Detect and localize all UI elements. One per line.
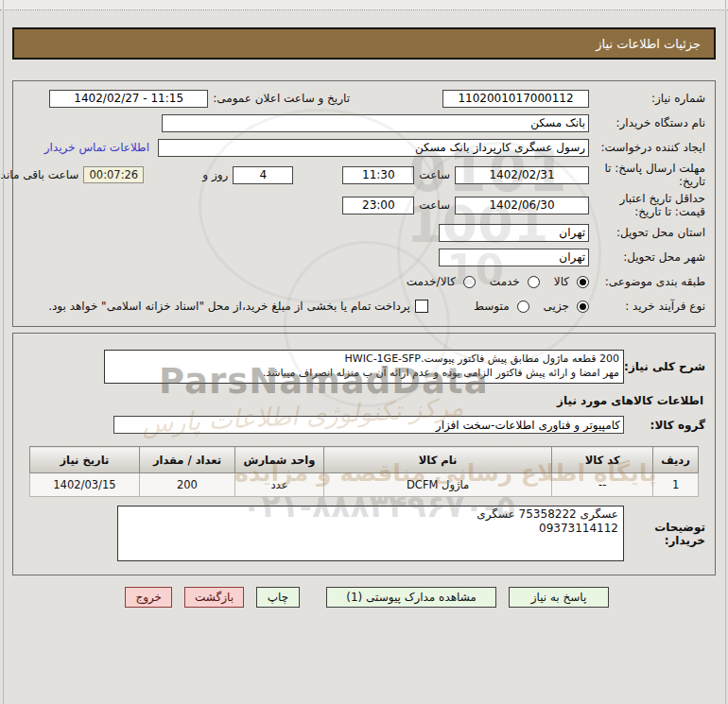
treasury-note: پرداخت تمام یا بخشی از مبلغ خرید،از محل … [48,300,410,313]
page-title-bar: جزئیات اطلاعات نیاز [12,27,716,60]
requester-input[interactable] [158,139,589,157]
buyer-notes-row: توضیحات خریدار: عسگری 75358222 عسگری 093… [23,506,705,561]
need-number-input[interactable] [442,90,589,108]
radio-medium-label: متوسط [474,300,510,313]
top-dotted-divider [0,0,728,10]
reply-deadline-date-input[interactable] [455,166,589,184]
buyer-org-input[interactable] [162,114,589,132]
price-validity-hour-label: ساعت [419,198,450,212]
countdown-label: ساعت باقی مانده [0,168,78,181]
announce-datetime-input[interactable] [49,90,208,108]
price-validity-time-input[interactable] [342,197,414,215]
buyer-org-row: نام دستگاه خریدار: [23,111,705,135]
goods-group-input[interactable] [113,416,624,434]
delivery-city-row: شهر محل تحویل: [23,245,705,269]
table-row: 1 -- ماژول DCFM عدد 200 1402/03/15 [30,473,699,497]
buyer-org-label: نام دستگاه خریدار: [594,116,705,129]
goods-section-heading: اطلاعات کالاهای مورد نیاز [23,394,703,407]
need-details-panel: شرح کلی نیاز: 200 قطعه ماژول مطابق پیش ف… [12,333,716,575]
radio-medium[interactable] [517,300,529,313]
exit-button[interactable]: خروج [125,587,172,608]
page-title: جزئیات اطلاعات نیاز [596,37,701,51]
col-header-need-date: تاریخ نیاز [30,447,140,473]
radio-service-label: خدمت [490,275,520,288]
summary-label: شرح کلی نیاز: [624,360,705,373]
cell-row-number: 1 [653,473,699,497]
need-number-label: شماره نیاز: [594,92,705,105]
summary-box[interactable]: 200 قطعه ماژول مطابق پیش فاکتور پیوست.HW… [104,350,624,384]
col-header-quantity: تعداد / مقدار [139,447,234,473]
cell-item-code: -- [552,473,653,497]
remaining-days-input[interactable] [233,166,293,184]
back-button[interactable]: بازگشت [184,587,244,608]
page-left-border [3,0,4,704]
delivery-province-label: استان محل تحویل: [594,226,705,239]
price-validity-label: حداقل تاریخ اعتبار قیمت: تا تاریخ: [594,192,705,218]
col-header-unit: واحد شمارش [235,447,324,473]
col-header-row-number: ردیف [653,447,699,473]
announce-datetime-label: تاریخ و ساعت اعلان عمومی: [213,92,350,105]
print-button[interactable]: چاپ [256,587,300,608]
goods-group-row: گروه کالا: [23,416,705,434]
cell-quantity: 200 [139,473,234,497]
subject-class-label: طبقه بندی موضوعی: [594,275,705,288]
cell-need-date: 1402/03/15 [30,473,140,497]
col-header-item-code: کد کالا [552,447,653,473]
reply-deadline-hour-label: ساعت [419,168,450,181]
reply-deadline-row: مهلت ارسال پاسخ: تا تاریخ: ساعت روز و 00… [23,160,705,190]
subject-class-row: طبقه بندی موضوعی: کالا خدمت کالا/خدمت [23,269,705,294]
summary-line-1: 200 قطعه ماژول مطابق پیش فاکتور پیوست.HW… [109,352,619,366]
remaining-days-label: روز و [202,168,228,181]
action-buttons-row: پاسخ به نیاز مشاهده مدارک پیوستی (1) چاپ… [0,587,609,608]
cell-unit: عدد [235,473,324,497]
price-validity-date-input[interactable] [455,197,589,215]
buyer-notes-line-1: عسگری 75358222 عسگری [123,507,618,522]
treasury-checkbox[interactable] [415,300,428,313]
delivery-city-label: شهر محل تحویل: [594,250,705,264]
reply-deadline-label: مهلت ارسال پاسخ: تا تاریخ: [594,162,705,188]
price-validity-row: حداقل تاریخ اعتبار قیمت: تا تاریخ: ساعت [23,190,705,220]
process-type-label: نوع فرآیند خرید : [594,300,705,313]
radio-service[interactable] [528,276,540,288]
reply-deadline-time-input[interactable] [342,166,414,184]
buyer-notes-label: توضیحات خریدار: [624,521,705,547]
goods-table: ردیف کد کالا نام کالا واحد شمارش تعداد /… [29,446,699,497]
col-header-item-name: نام کالا [323,447,551,473]
reply-to-need-button[interactable]: پاسخ به نیاز [509,587,609,608]
buyer-contact-link[interactable]: اطلاعات تماس خریدار [44,141,149,154]
radio-minor[interactable] [577,300,589,313]
radio-minor-label: جزیی [544,300,569,313]
cell-item-name: ماژول DCFM [323,473,551,497]
delivery-province-row: استان محل تحویل: [23,220,705,245]
buyer-notes-box[interactable]: عسگری 75358222 عسگری 09373114112 [117,506,624,561]
radio-goods-service-label: کالا/خدمت [407,275,456,288]
need-info-panel: شماره نیاز: تاریخ و ساعت اعلان عمومی: نا… [12,80,716,327]
radio-goods-label: کالا [554,275,569,288]
process-type-row: نوع فرآیند خرید : جزیی متوسط پرداخت تمام… [23,294,705,318]
summary-row: شرح کلی نیاز: 200 قطعه ماژول مطابق پیش ف… [23,350,705,384]
countdown-timer: 00:07:26 [83,166,144,183]
radio-goods[interactable] [577,276,589,288]
view-attachments-button[interactable]: مشاهده مدارک پیوستی (1) [326,587,496,608]
requester-row: ایجاد کننده درخواست: اطلاعات تماس خریدار [23,135,705,160]
delivery-province-input[interactable] [439,224,589,242]
radio-goods-service[interactable] [463,276,476,288]
buyer-notes-line-2: 09373114112 [123,522,618,536]
summary-line-2: مهر امضا و ارائه پیش فاکتور الزامی بوده … [109,366,619,380]
need-number-row: شماره نیاز: تاریخ و ساعت اعلان عمومی: [23,86,705,111]
delivery-city-input[interactable] [439,249,589,266]
requester-label: ایجاد کننده درخواست: [594,141,705,154]
goods-group-label: گروه کالا: [624,419,705,432]
goods-table-header-row: ردیف کد کالا نام کالا واحد شمارش تعداد /… [30,447,699,473]
page-right-border [725,0,726,704]
